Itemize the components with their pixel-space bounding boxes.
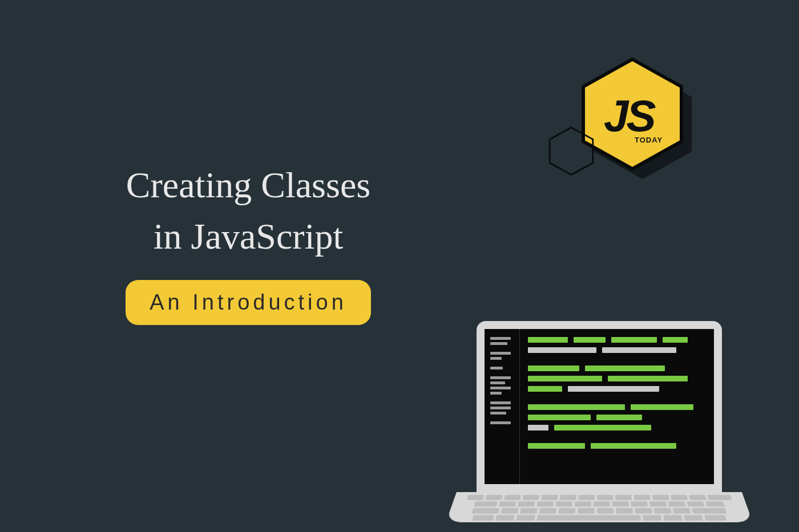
- title-line-1: Creating Classes: [88, 160, 408, 211]
- laptop-keyboard: [446, 492, 753, 522]
- hexagon-outline-small-icon: [546, 125, 597, 177]
- laptop-screen: [485, 329, 714, 484]
- logo-text-main: JS: [604, 90, 653, 142]
- logo-text-sub: TODAY: [635, 136, 663, 144]
- subtitle-pill: An Introduction: [126, 280, 371, 325]
- laptop-screen-frame: [477, 321, 722, 492]
- title-line-2: in JavaScript: [88, 211, 408, 262]
- hero-title-block: Creating Classes in JavaScript An Introd…: [88, 160, 408, 325]
- code-editor-sidebar: [485, 329, 520, 484]
- code-editor-main: [520, 329, 714, 484]
- svg-marker-2: [550, 128, 593, 175]
- js-today-logo: JS TODAY: [571, 57, 708, 194]
- laptop-illustration: [457, 321, 742, 532]
